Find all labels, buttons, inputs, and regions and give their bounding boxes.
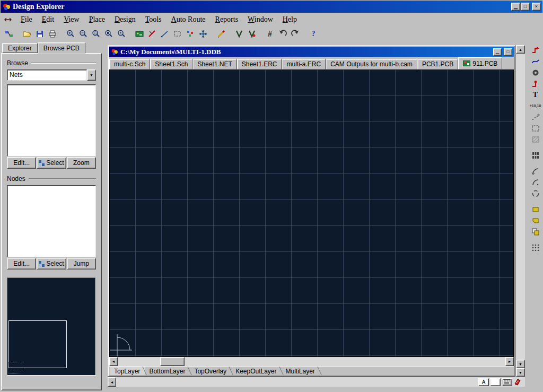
route-track-icon[interactable] [529, 45, 542, 56]
fill-hatch-icon[interactable] [529, 134, 542, 145]
workspace-hscrollbar[interactable]: A [108, 377, 525, 387]
doc-tab-multi-a-erc[interactable]: multi-a.ERC [282, 59, 326, 69]
minimap-viewport-rect[interactable] [8, 320, 67, 368]
multi-route-icon[interactable] [529, 56, 542, 67]
layer-tab-keepoutlayer[interactable]: KeepOutLayer [232, 367, 282, 375]
move-crosshair-icon[interactable] [197, 28, 209, 40]
menu-view[interactable]: View [59, 14, 84, 25]
undo-icon[interactable] [276, 28, 289, 40]
design-browser-icon[interactable] [3, 28, 15, 40]
menu-help[interactable]: Help [278, 14, 302, 25]
print-icon[interactable] [46, 28, 59, 40]
annotation-button[interactable]: A [478, 378, 489, 386]
scroll-up-button[interactable] [516, 45, 525, 54]
zoom-in-icon[interactable] [64, 28, 77, 40]
zoom-area-icon[interactable] [90, 28, 102, 40]
wire-cutter-icon[interactable] [146, 28, 159, 40]
menu-reports[interactable]: Reports [211, 14, 243, 25]
hscroll-track[interactable] [118, 357, 505, 366]
drc-reset-icon[interactable] [246, 28, 258, 40]
keyboard-status-icon[interactable] [502, 378, 512, 386]
canvas-hscrollbar[interactable] [109, 357, 514, 366]
pad-grid-icon[interactable] [529, 242, 542, 253]
zoom-out-icon[interactable] [77, 28, 90, 40]
doc-tab-sheet1-erc[interactable]: Sheet1.ERC [237, 59, 282, 69]
polygon-plane-icon[interactable] [529, 215, 542, 226]
tab-browse-pcb[interactable]: Browse PCB [38, 42, 85, 54]
drc-online-icon[interactable] [233, 28, 246, 40]
rectangle-fill-icon[interactable] [529, 204, 542, 215]
doc-tab-pcb1-pcb[interactable]: PCB1.PCB [417, 59, 458, 69]
workspace-vscrollbar[interactable] [516, 45, 525, 377]
minimize-button[interactable]: ▁ [511, 3, 520, 11]
zoom-selection-icon[interactable] [115, 28, 128, 40]
dimension-icon[interactable] [529, 111, 542, 123]
grid-icon[interactable]: # [264, 28, 276, 40]
nodes-listbox[interactable] [7, 185, 96, 257]
help-icon[interactable]: ? [307, 28, 320, 40]
menu-place[interactable]: Place [84, 14, 110, 25]
pad-icon[interactable] [529, 67, 542, 78]
menu-tools[interactable]: Tools [141, 14, 167, 25]
layer-tab-topoverlay[interactable]: TopOverlay [190, 367, 232, 375]
spell-book-icon[interactable] [513, 378, 522, 386]
doc-tab-911-pcb[interactable]: 911.PCB [458, 57, 502, 69]
arc-any-angle-icon[interactable] [529, 188, 542, 199]
scroll-down-button-2[interactable] [516, 368, 525, 377]
nodes-select-button[interactable]: Select [37, 258, 66, 269]
menu-file[interactable]: File [16, 14, 37, 25]
close-button[interactable]: × [532, 3, 541, 11]
via-icon[interactable] [529, 78, 542, 89]
arc-edge-icon[interactable] [529, 165, 542, 177]
doc-tab-cam-outputs[interactable]: CAM Outputs for multi-b.cam [326, 59, 417, 69]
component-array-icon[interactable] [529, 150, 542, 161]
hscroll-thumb[interactable] [160, 357, 185, 366]
menu-auto-route[interactable]: Auto Route [167, 14, 211, 25]
menu-window[interactable]: Window [243, 14, 278, 25]
nets-zoom-button[interactable]: Zoom [67, 157, 96, 169]
blank-status-button[interactable] [490, 378, 501, 386]
highlight-pen-icon[interactable] [215, 28, 227, 40]
vscroll-track[interactable] [516, 54, 525, 360]
pcb-canvas[interactable] [109, 69, 514, 357]
deselect-icon[interactable] [184, 28, 197, 40]
combo-dropdown-button[interactable] [87, 69, 96, 81]
nets-listbox[interactable] [7, 84, 96, 156]
redo-icon[interactable] [289, 28, 302, 40]
document-minimize-button[interactable]: ▁ [493, 48, 502, 56]
doc-tab-sheet1-sch[interactable]: Sheet1.Sch [150, 59, 192, 69]
scroll-right-button[interactable] [505, 357, 514, 366]
doc-tab-multi-c-sch[interactable]: multi-c.Sch [109, 59, 150, 69]
coordinate-icon[interactable]: +10,10 [529, 100, 542, 111]
workspace-scroll-left-button[interactable] [108, 377, 116, 387]
document-maximize-button[interactable]: □ [504, 48, 512, 56]
selection-box-icon[interactable] [171, 28, 184, 40]
zoom-document-icon[interactable] [102, 28, 115, 40]
nodes-edit-button[interactable]: Edit... [7, 258, 36, 269]
save-icon[interactable] [33, 28, 46, 40]
board-minimap[interactable] [7, 277, 96, 376]
browse-mode-combobox[interactable]: Nets [7, 69, 96, 81]
nets-edit-button[interactable]: Edit... [7, 157, 36, 169]
layer-tab-bottomlayer[interactable]: BottomLayer [145, 367, 190, 375]
menu-edit[interactable]: Edit [37, 14, 59, 25]
string-icon[interactable]: T [529, 89, 542, 100]
nodes-jump-button[interactable]: Jump [67, 258, 96, 269]
draw-line-icon[interactable] [159, 28, 171, 40]
layer-tab-toplayer[interactable]: TopLayer [110, 367, 145, 375]
room-icon[interactable] [529, 123, 542, 134]
paste-array-icon[interactable] [529, 226, 542, 237]
scroll-down-button[interactable] [516, 360, 525, 368]
doc-tab-sheet1-net[interactable]: Sheet1.NET [192, 59, 237, 69]
scroll-left-button[interactable] [109, 357, 118, 366]
main-toolbar: # ? [0, 27, 543, 41]
restore-button[interactable]: □ [521, 3, 530, 11]
menu-design[interactable]: Design [110, 14, 141, 25]
browse-mode-value[interactable]: Nets [7, 69, 87, 81]
arc-center-icon[interactable] [529, 177, 542, 188]
nets-select-button[interactable]: Select [37, 157, 66, 169]
layers-display-icon[interactable] [133, 28, 146, 40]
tab-explorer[interactable]: Explorer [2, 43, 38, 53]
layer-tab-multilayer[interactable]: MultiLayer [282, 367, 320, 375]
open-document-icon[interactable] [21, 28, 33, 40]
